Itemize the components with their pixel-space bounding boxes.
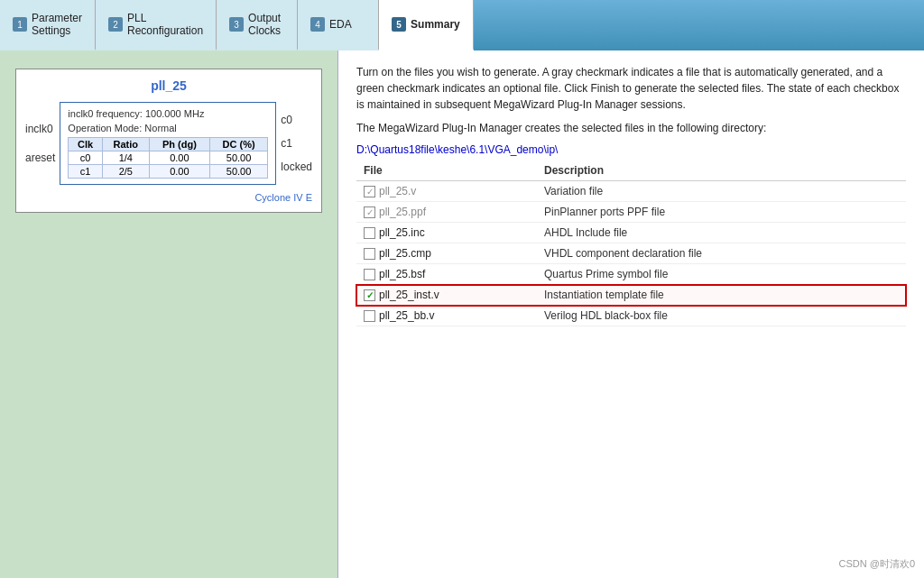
tab-num-2: 2 [108,17,123,32]
file-row-5: pll_25.bsf [364,268,530,280]
pll-col-dc: DC (%) [209,138,267,151]
directory-path: D:\Quartus18file\keshe\6.1\VGA_demo\ip\ [356,143,906,156]
table-row: pll_25.bsf Quartus Prime symbol file [356,264,906,285]
pll-device: Cyclone IV E [25,192,312,203]
port-locked: locked [281,161,312,173]
right-panel: Turn on the files you wish to generate. … [338,50,924,578]
tab-num-1: 1 [13,17,27,32]
left-panel: pll_25 inclk0 areset inclk0 frequency: 1… [0,50,338,578]
pll-box: inclk0 frequency: 100.000 MHz Operation … [60,102,276,185]
highlighted-row: ✓ pll_25_inst.v Instantiation template f… [356,285,906,306]
file-row-2: ✓ pll_25.ppf [364,206,530,218]
col-description: Description [537,161,906,181]
tab-label-1: ParameterSettings [32,12,82,37]
table-row: pll_25.cmp VHDL component declaration fi… [356,243,906,264]
filename-7: pll_25_bb.v [379,309,434,322]
tab-parameter-settings[interactable]: 1 ParameterSettings [0,0,96,50]
file-table: File Description ✓ pll_25.v Variation fi… [356,161,906,326]
filename-2: pll_25.ppf [379,206,426,218]
checkbox-3[interactable] [364,227,375,239]
checkbox-5[interactable] [364,269,375,280]
tab-num-5: 5 [392,17,406,32]
tab-num-3: 3 [229,17,244,32]
filename-5: pll_25.bsf [379,268,425,280]
pll-ports-left: inclk0 areset [25,123,55,164]
description-1: Variation file [537,181,906,202]
col-file: File [356,161,537,181]
tab-summary[interactable]: 5 Summary [379,0,474,50]
pll-col-ph: Ph (dg) [149,138,209,151]
pll-title: pll_25 [25,78,312,93]
pll-ports-right: c0 c1 locked [281,114,312,173]
checkbox-4[interactable] [364,248,375,260]
pll-inner: inclk0 areset inclk0 frequency: 100.000 … [25,102,312,185]
description-4: VHDL component declaration file [537,243,906,264]
file-row-3: pll_25.inc [364,226,530,239]
tab-label-3: OutputClocks [248,12,281,37]
tab-output-clocks[interactable]: 3 OutputClocks [217,0,298,50]
pll-table: Clk Ratio Ph (dg) DC (%) c0 1/4 0.00 [68,137,268,179]
filename-4: pll_25.cmp [379,247,431,260]
tab-bar: 1 ParameterSettings 2 PLLReconfiguration… [0,0,924,50]
description-6: Instantiation template file [537,285,906,306]
filename-1: pll_25.v [379,185,416,197]
filename-3: pll_25.inc [379,226,425,239]
tab-label-5: Summary [411,18,460,31]
checkbox-gray[interactable]: ✓ [364,186,375,197]
port-c0: c0 [281,114,312,126]
directory-label: The MegaWizard Plug-In Manager creates t… [356,122,906,134]
tab-label-4: EDA [329,18,352,31]
port-inclk0: inclk0 [25,123,55,135]
pll-col-clk: Clk [69,138,102,151]
file-row-4: pll_25.cmp [364,247,530,260]
file-row-6: ✓ pll_25_inst.v [364,289,530,301]
filename-6: pll_25_inst.v [379,289,439,301]
port-areset: areset [25,151,55,164]
pll-col-ratio: Ratio [102,138,149,151]
main-content: pll_25 inclk0 areset inclk0 frequency: 1… [0,50,924,578]
pll-info-line1: inclk0 frequency: 100.000 MHz [68,108,268,119]
checkbox-gray-2[interactable]: ✓ [364,206,375,218]
port-c1: c1 [281,137,312,150]
file-row-7: pll_25_bb.v [364,309,530,322]
checkbox-7[interactable] [364,310,375,322]
file-row-1: ✓ pll_25.v [364,185,530,197]
table-row: c0 1/4 0.00 50.00 [69,151,268,165]
pll-diagram: pll_25 inclk0 areset inclk0 frequency: 1… [15,69,322,213]
description-5: Quartus Prime symbol file [537,264,906,285]
table-row: ✓ pll_25.v Variation file [356,181,906,202]
checkbox-green[interactable]: ✓ [364,289,375,301]
pll-info-line2: Operation Mode: Normal [68,123,268,133]
table-row: ✓ pll_25.ppf PinPlanner ports PPF file [356,202,906,223]
table-row: pll_25.inc AHDL Include file [356,223,906,243]
tab-num-4: 4 [310,17,325,32]
description-7: Verilog HDL black-box file [537,306,906,326]
description-2: PinPlanner ports PPF file [537,202,906,223]
description-text: Turn on the files you wish to generate. … [356,64,906,113]
tab-eda[interactable]: 4 EDA [298,0,379,50]
tab-pll-reconfiguration[interactable]: 2 PLLReconfiguration [96,0,217,50]
tab-label-2: PLLReconfiguration [127,12,203,37]
table-row: c1 2/5 0.00 50.00 [69,165,268,179]
table-row: pll_25_bb.v Verilog HDL black-box file [356,306,906,326]
watermark: CSDN @时清欢0 [838,557,915,571]
description-3: AHDL Include file [537,223,906,243]
